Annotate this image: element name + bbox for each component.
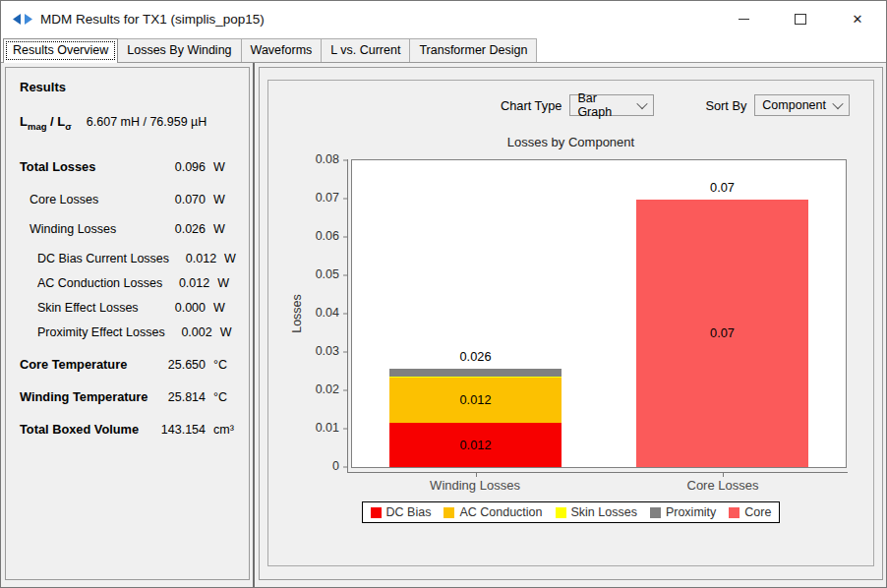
minimize-button[interactable]: [715, 1, 772, 36]
y-tick-mark: [343, 314, 347, 315]
results-panel: Results Lmag / Lσ 6.607 mH / 76.959 µH T…: [5, 67, 250, 580]
plot-area: 0.0120.0120.0260.070.07: [351, 159, 847, 468]
window-controls: ✕: [715, 1, 886, 36]
y-axis-title: Losses: [288, 159, 306, 468]
result-row-value: 143.154: [158, 421, 206, 440]
y-tick-mark: [343, 390, 347, 391]
result-row: Skin Effect Losses0.000W: [20, 299, 241, 318]
legend-item: Proximity: [650, 505, 716, 519]
legend-label: Proximity: [666, 505, 716, 519]
result-row-label: Winding Losses: [30, 220, 116, 239]
legend-label: DC Bias: [386, 505, 432, 519]
y-tick-mark: [343, 275, 347, 276]
y-tick-mark: [343, 352, 347, 353]
result-row: Core Temperature25.650°C: [20, 355, 241, 375]
legend-item: DC Bias: [371, 505, 432, 519]
chevron-down-icon: [833, 98, 844, 109]
result-row-unit: W: [206, 220, 241, 239]
result-row: Proximity Effect Losses0.002W: [20, 323, 241, 342]
y-tick-mark: [343, 237, 347, 238]
chart-type-label: Chart Type: [501, 98, 562, 113]
result-row-label: Proximity Effect Losses: [37, 323, 165, 342]
result-row-value: 0.070: [158, 191, 206, 209]
tab-l-vs-current[interactable]: L vs. Current: [321, 38, 410, 62]
maximize-button[interactable]: [772, 1, 829, 36]
result-row-label: DC Bias Current Losses: [37, 250, 169, 268]
legend-item: Skin Losses: [556, 505, 637, 519]
result-row-unit: °C: [206, 356, 241, 375]
result-row-value: 0.096: [158, 158, 206, 177]
chart-title: Losses by Component: [268, 135, 873, 149]
sort-by-label: Sort By: [705, 98, 746, 113]
bar-segment: 0.07: [636, 200, 809, 467]
bar-total-label: 0.026: [352, 349, 599, 364]
legend-swatch: [371, 507, 382, 518]
legend-label: Core: [744, 505, 771, 519]
chart-type-select[interactable]: Bar Graph: [569, 94, 654, 116]
legend-label: AC Conduction: [459, 505, 542, 519]
result-row-unit: W: [206, 191, 241, 209]
chart-controls-row: Chart Type Bar Graph Sort By Component: [501, 94, 873, 116]
result-row-value: 0.000: [158, 299, 206, 318]
legend-swatch: [444, 507, 454, 518]
panel-splitter[interactable]: [250, 67, 259, 580]
legend-row: DC BiasAC ConductionSkin LossesProximity…: [268, 501, 873, 523]
result-row-label: Skin Effect Losses: [37, 299, 139, 318]
sort-by-group: Sort By Component: [705, 94, 850, 116]
app-icon: [13, 13, 32, 26]
y-tick-label: 0.01: [316, 421, 339, 435]
y-tick-label: 0.02: [316, 382, 339, 396]
minimize-icon: [739, 19, 749, 20]
y-tick-label: 0: [332, 459, 339, 473]
chevron-down-icon: [637, 98, 648, 109]
bar-core-losses: 0.07: [636, 160, 809, 467]
result-row-unit: W: [206, 299, 241, 318]
legend-swatch: [556, 507, 566, 518]
result-row: Total Boxed Volume143.154cm³: [20, 420, 241, 440]
result-row-value: 0.026: [158, 220, 206, 239]
result-row: AC Conduction Losses0.012W: [20, 274, 241, 293]
bar-segment: [389, 369, 562, 377]
result-row-label: Winding Temperature: [20, 387, 148, 406]
tab-losses-by-winding[interactable]: Losses By Winding: [117, 38, 241, 62]
bar-total-label: 0.07: [599, 180, 846, 195]
y-tick-label: 0.04: [316, 306, 339, 320]
y-tick-label: 0.03: [316, 344, 339, 358]
result-row-value: 0.012: [162, 274, 209, 293]
inductance-row: Lmag / Lσ 6.607 mH / 76.959 µH: [20, 114, 241, 132]
tab-bar: Results OverviewLosses By WindingWavefor…: [1, 36, 886, 63]
chart-body: Losses 00.010.020.030.040.050.060.070.08…: [288, 159, 847, 468]
inductance-value: 6.607 mH / 76.959 µH: [87, 115, 207, 129]
chart-type-group: Chart Type Bar Graph: [501, 94, 654, 116]
close-icon: ✕: [853, 13, 863, 26]
chart-panel: Chart Type Bar Graph Sort By Component: [267, 80, 874, 566]
bar-segment-label: 0.07: [710, 325, 735, 340]
result-row-label: Total Boxed Volume: [20, 420, 139, 439]
sort-by-value: Component: [762, 98, 826, 112]
result-row-value: 0.002: [165, 323, 212, 342]
legend: DC BiasAC ConductionSkin LossesProximity…: [362, 501, 781, 523]
result-row: Winding Losses0.026W: [20, 220, 241, 239]
x-category-label: Core Losses: [599, 478, 847, 493]
results-rows: Total Losses0.096WCore Losses0.070WWindi…: [20, 157, 241, 440]
inductance-label: Lmag / Lσ: [20, 114, 72, 132]
close-button[interactable]: ✕: [829, 1, 886, 36]
legend-item: AC Conduction: [444, 505, 542, 519]
bar-segment: 0.012: [389, 377, 562, 423]
tab-transformer-design[interactable]: Transformer Design: [409, 38, 537, 62]
y-tick-mark: [343, 429, 347, 430]
bar-slot: 0.070.07: [599, 160, 846, 467]
legend-swatch: [650, 507, 661, 518]
y-tick-label: 0.05: [316, 267, 339, 281]
result-row-label: Core Losses: [30, 191, 98, 209]
bar-segment: 0.012: [389, 423, 562, 467]
result-row-label: AC Conduction Losses: [37, 274, 162, 293]
window-title: MDM Results for TX1 (simplis_pop15): [40, 12, 265, 27]
sort-by-select[interactable]: Component: [754, 94, 850, 116]
title-bar: MDM Results for TX1 (simplis_pop15) ✕: [1, 1, 886, 36]
tab-results-overview[interactable]: Results Overview: [3, 38, 118, 63]
tab-waveforms[interactable]: Waveforms: [241, 38, 323, 62]
result-row-label: Total Losses: [20, 157, 95, 176]
result-row: DC Bias Current Losses0.012W: [20, 250, 241, 268]
content-area: Results Lmag / Lσ 6.607 mH / 76.959 µH T…: [1, 63, 886, 587]
